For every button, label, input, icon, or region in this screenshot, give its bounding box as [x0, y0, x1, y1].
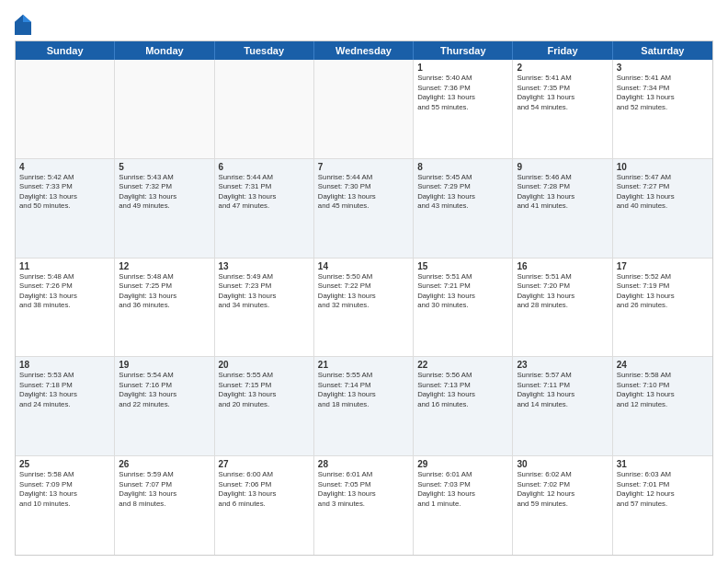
day-cell-19: 19Sunrise: 5:54 AM Sunset: 7:16 PM Dayli…: [115, 357, 214, 455]
day-number: 10: [617, 162, 709, 172]
day-number: 2: [517, 63, 608, 73]
day-info: Sunrise: 5:55 AM Sunset: 7:14 PM Dayligh…: [318, 371, 409, 409]
day-info: Sunrise: 6:02 AM Sunset: 7:02 PM Dayligh…: [517, 470, 608, 509]
day-info: Sunrise: 5:50 AM Sunset: 7:22 PM Dayligh…: [318, 272, 409, 311]
day-number: 24: [617, 360, 709, 370]
day-number: 15: [417, 261, 508, 271]
day-info: Sunrise: 5:48 AM Sunset: 7:26 PM Dayligh…: [19, 272, 110, 311]
day-info: Sunrise: 6:00 AM Sunset: 7:06 PM Dayligh…: [219, 470, 310, 509]
day-cell-27: 27Sunrise: 6:00 AM Sunset: 7:06 PM Dayli…: [215, 456, 314, 555]
day-cell-14: 14Sunrise: 5:50 AM Sunset: 7:22 PM Dayli…: [314, 259, 414, 357]
day-cell-5: 5Sunrise: 5:43 AM Sunset: 7:32 PM Daylig…: [115, 159, 214, 258]
day-cell-9: 9Sunrise: 5:46 AM Sunset: 7:28 PM Daylig…: [513, 159, 612, 258]
day-info: Sunrise: 5:41 AM Sunset: 7:35 PM Dayligh…: [517, 74, 608, 112]
empty-cell: [16, 60, 115, 158]
svg-marker-1: [23, 15, 31, 22]
day-number: 7: [318, 162, 409, 172]
day-number: 4: [19, 162, 110, 172]
day-cell-3: 3Sunrise: 5:41 AM Sunset: 7:34 PM Daylig…: [613, 60, 712, 158]
day-info: Sunrise: 5:56 AM Sunset: 7:13 PM Dayligh…: [417, 371, 508, 409]
day-header-friday: Friday: [513, 41, 612, 60]
day-number: 31: [617, 459, 709, 469]
calendar-row-1: 4Sunrise: 5:42 AM Sunset: 7:33 PM Daylig…: [16, 159, 712, 259]
day-number: 5: [119, 162, 210, 172]
day-header-sunday: Sunday: [16, 41, 115, 60]
calendar-row-4: 25Sunrise: 5:58 AM Sunset: 7:09 PM Dayli…: [16, 456, 712, 555]
day-info: Sunrise: 5:59 AM Sunset: 7:07 PM Dayligh…: [119, 470, 210, 509]
empty-cell: [215, 60, 314, 158]
day-number: 30: [517, 459, 608, 469]
day-number: 28: [318, 459, 409, 469]
day-number: 13: [219, 261, 310, 271]
day-number: 17: [617, 261, 709, 271]
day-number: 14: [318, 261, 409, 271]
day-cell-20: 20Sunrise: 5:55 AM Sunset: 7:15 PM Dayli…: [215, 357, 314, 455]
day-number: 26: [119, 459, 210, 469]
day-info: Sunrise: 5:58 AM Sunset: 7:10 PM Dayligh…: [617, 371, 709, 409]
day-info: Sunrise: 5:51 AM Sunset: 7:21 PM Dayligh…: [417, 272, 508, 311]
day-info: Sunrise: 5:55 AM Sunset: 7:15 PM Dayligh…: [219, 371, 310, 409]
day-number: 23: [517, 360, 608, 370]
day-number: 12: [119, 261, 210, 271]
day-info: Sunrise: 5:43 AM Sunset: 7:32 PM Dayligh…: [119, 173, 210, 212]
day-cell-13: 13Sunrise: 5:49 AM Sunset: 7:23 PM Dayli…: [215, 259, 314, 357]
empty-cell: [115, 60, 214, 158]
day-cell-23: 23Sunrise: 5:57 AM Sunset: 7:11 PM Dayli…: [513, 357, 612, 455]
day-info: Sunrise: 5:40 AM Sunset: 7:36 PM Dayligh…: [417, 74, 508, 112]
day-header-monday: Monday: [115, 41, 214, 60]
day-cell-6: 6Sunrise: 5:44 AM Sunset: 7:31 PM Daylig…: [215, 159, 314, 258]
day-cell-24: 24Sunrise: 5:58 AM Sunset: 7:10 PM Dayli…: [613, 357, 712, 455]
day-number: 18: [19, 360, 110, 370]
calendar: SundayMondayTuesdayWednesdayThursdayFrid…: [15, 40, 713, 556]
day-number: 21: [318, 360, 409, 370]
day-info: Sunrise: 5:57 AM Sunset: 7:11 PM Dayligh…: [517, 371, 608, 409]
day-cell-15: 15Sunrise: 5:51 AM Sunset: 7:21 PM Dayli…: [414, 259, 513, 357]
page: SundayMondayTuesdayWednesdayThursdayFrid…: [0, 0, 728, 563]
day-cell-12: 12Sunrise: 5:48 AM Sunset: 7:25 PM Dayli…: [115, 259, 214, 357]
day-info: Sunrise: 5:44 AM Sunset: 7:30 PM Dayligh…: [318, 173, 409, 212]
header: [15, 11, 713, 35]
day-info: Sunrise: 5:44 AM Sunset: 7:31 PM Dayligh…: [219, 173, 310, 212]
day-number: 20: [219, 360, 310, 370]
empty-cell: [314, 60, 414, 158]
day-cell-1: 1Sunrise: 5:40 AM Sunset: 7:36 PM Daylig…: [414, 60, 513, 158]
calendar-body: 1Sunrise: 5:40 AM Sunset: 7:36 PM Daylig…: [16, 60, 712, 555]
day-info: Sunrise: 5:45 AM Sunset: 7:29 PM Dayligh…: [417, 173, 508, 212]
day-info: Sunrise: 5:52 AM Sunset: 7:19 PM Dayligh…: [617, 272, 709, 311]
day-cell-2: 2Sunrise: 5:41 AM Sunset: 7:35 PM Daylig…: [513, 60, 612, 158]
day-number: 22: [417, 360, 508, 370]
day-cell-28: 28Sunrise: 6:01 AM Sunset: 7:05 PM Dayli…: [314, 456, 414, 555]
day-header-tuesday: Tuesday: [215, 41, 314, 60]
logo-icon: [15, 15, 31, 35]
day-number: 3: [617, 63, 709, 73]
day-info: Sunrise: 5:48 AM Sunset: 7:25 PM Dayligh…: [119, 272, 210, 311]
day-cell-18: 18Sunrise: 5:53 AM Sunset: 7:18 PM Dayli…: [16, 357, 115, 455]
day-number: 8: [417, 162, 508, 172]
svg-marker-2: [15, 15, 23, 22]
day-cell-16: 16Sunrise: 5:51 AM Sunset: 7:20 PM Dayli…: [513, 259, 612, 357]
day-cell-11: 11Sunrise: 5:48 AM Sunset: 7:26 PM Dayli…: [16, 259, 115, 357]
day-number: 29: [417, 459, 508, 469]
day-info: Sunrise: 5:58 AM Sunset: 7:09 PM Dayligh…: [19, 470, 110, 509]
calendar-header: SundayMondayTuesdayWednesdayThursdayFrid…: [16, 41, 712, 60]
calendar-row-2: 11Sunrise: 5:48 AM Sunset: 7:26 PM Dayli…: [16, 259, 712, 358]
day-number: 19: [119, 360, 210, 370]
day-cell-22: 22Sunrise: 5:56 AM Sunset: 7:13 PM Dayli…: [414, 357, 513, 455]
day-info: Sunrise: 5:49 AM Sunset: 7:23 PM Dayligh…: [219, 272, 310, 311]
day-info: Sunrise: 5:46 AM Sunset: 7:28 PM Dayligh…: [517, 173, 608, 212]
day-cell-29: 29Sunrise: 6:01 AM Sunset: 7:03 PM Dayli…: [414, 456, 513, 555]
day-number: 27: [219, 459, 310, 469]
day-header-thursday: Thursday: [414, 41, 513, 60]
day-cell-25: 25Sunrise: 5:58 AM Sunset: 7:09 PM Dayli…: [16, 456, 115, 555]
calendar-row-0: 1Sunrise: 5:40 AM Sunset: 7:36 PM Daylig…: [16, 60, 712, 159]
day-header-saturday: Saturday: [613, 41, 712, 60]
logo: [15, 15, 35, 35]
day-info: Sunrise: 6:01 AM Sunset: 7:03 PM Dayligh…: [417, 470, 508, 509]
day-info: Sunrise: 5:41 AM Sunset: 7:34 PM Dayligh…: [617, 74, 709, 112]
day-info: Sunrise: 5:42 AM Sunset: 7:33 PM Dayligh…: [19, 173, 110, 212]
day-info: Sunrise: 5:54 AM Sunset: 7:16 PM Dayligh…: [119, 371, 210, 409]
day-number: 9: [517, 162, 608, 172]
day-number: 16: [517, 261, 608, 271]
day-number: 25: [19, 459, 110, 469]
calendar-row-3: 18Sunrise: 5:53 AM Sunset: 7:18 PM Dayli…: [16, 357, 712, 456]
